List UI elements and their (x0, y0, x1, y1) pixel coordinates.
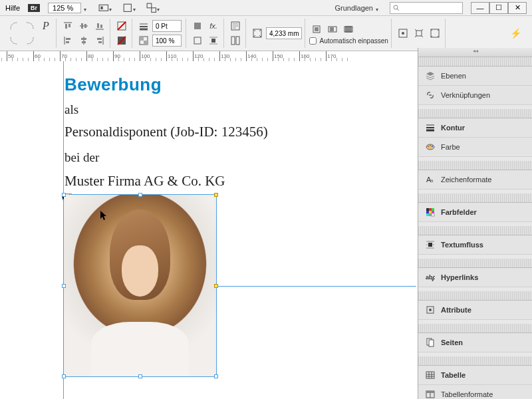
fill-proportional-icon[interactable] (341, 23, 356, 36)
p-tool-icon[interactable]: P (39, 19, 53, 33)
document-canvas[interactable]: Bewerbung als Personaldisponent (Job-ID:… (0, 61, 418, 399)
corner-tr-icon[interactable] (23, 19, 37, 33)
svg-rect-9 (68, 24, 70, 27)
document-title[interactable]: Bewerbung (65, 74, 162, 95)
panel-item-label: Kontur (441, 124, 465, 132)
fit-value-field[interactable]: 4,233 mm (266, 27, 302, 39)
svg-rect-34 (144, 41, 148, 45)
panel-item-stroke[interactable]: Kontur (418, 118, 532, 138)
bridge-button[interactable]: Br (28, 4, 40, 12)
align-right-icon[interactable] (92, 34, 107, 47)
arrange-button[interactable] (146, 2, 162, 14)
maximize-button[interactable]: ☐ (489, 2, 508, 14)
zoom-control[interactable]: 125 % (48, 3, 90, 13)
close-button[interactable]: ✕ (508, 2, 527, 14)
text-frame-options-icon[interactable] (228, 19, 243, 33)
help-menu[interactable]: Hilfe (5, 4, 20, 12)
svg-rect-44 (231, 37, 235, 45)
panel-group-grip[interactable] (418, 161, 532, 170)
panel-group-grip[interactable] (418, 356, 532, 366)
text-line-bei[interactable]: bei der (65, 150, 99, 165)
panel-item-attribute[interactable]: Attribute (418, 301, 532, 320)
no-fill-icon[interactable] (114, 19, 129, 33)
panel-item-label: Verknüpfungen (441, 91, 490, 99)
panel-group-grip[interactable] (418, 291, 532, 301)
panel-dock: ◂◂ EbenenVerknüpfungenKonturFarbeAaZeich… (418, 48, 532, 399)
panel-group-grip[interactable] (418, 109, 532, 118)
align-hcenter-icon[interactable] (76, 34, 91, 47)
panel-item-swatches[interactable]: Farbfelder (418, 203, 532, 222)
resize-handle-mr[interactable] (214, 284, 218, 288)
panel-item-color[interactable]: Farbe (418, 138, 532, 157)
align-bottom-icon[interactable] (92, 19, 107, 33)
align-vcenter-icon[interactable] (76, 19, 91, 33)
wrap-none-icon[interactable] (190, 34, 205, 47)
svg-rect-23 (97, 38, 102, 40)
resize-handle-ml[interactable] (62, 284, 66, 288)
quick-apply-icon[interactable]: ⚡ (510, 28, 528, 39)
placed-photo[interactable] (64, 195, 216, 376)
ruler-label: 90 (114, 53, 120, 59)
fit-proportional-icon[interactable] (325, 23, 340, 36)
search-input[interactable] (390, 2, 463, 14)
text-line-firma[interactable]: Muster Firma AG & Co. KG (65, 173, 225, 190)
align-top-icon[interactable] (61, 19, 75, 33)
ruler-label: 50 (8, 53, 14, 59)
corner-tl-icon[interactable] (7, 19, 21, 33)
resize-handle-tr[interactable] (214, 193, 218, 197)
no-stroke-icon[interactable] (114, 34, 129, 47)
svg-rect-55 (416, 31, 422, 36)
panel-group-grip[interactable] (418, 57, 532, 66)
svg-rect-72 (426, 213, 429, 216)
corner-br-icon[interactable] (23, 34, 37, 47)
panel-item-hyperlink[interactable]: abcHyperlinks (418, 268, 532, 287)
links-icon (425, 90, 436, 100)
columns-icon[interactable] (228, 34, 243, 47)
minimize-button[interactable]: — (471, 2, 489, 14)
panel-item-tablefmt[interactable]: Tabellenformate (418, 385, 532, 399)
panel-group-grip[interactable] (418, 259, 532, 268)
text-line-job[interactable]: Personaldisponent (Job-ID: 123456) (65, 124, 268, 140)
panel-item-wrap[interactable]: Textumfluss (418, 235, 532, 255)
view-options-button[interactable] (98, 2, 114, 14)
chevron-down-icon[interactable] (84, 5, 90, 11)
align-left-icon[interactable] (61, 34, 75, 47)
svg-line-26 (118, 22, 126, 30)
fit-content-to-frame-icon[interactable] (428, 27, 442, 40)
panel-group-grip[interactable] (418, 226, 532, 235)
svg-rect-24 (98, 41, 102, 43)
image-frame-selected[interactable]: ⬤⬤ (63, 194, 217, 377)
fit-frame-icon[interactable] (250, 27, 265, 40)
resize-handle-tc[interactable] (138, 193, 142, 197)
fit-frame-to-content-icon[interactable] (412, 27, 426, 40)
panel-expand-tab[interactable] (418, 247, 418, 274)
panel-item-table[interactable]: Tabelle (418, 366, 532, 385)
panel-item-pages[interactable]: Seiten (418, 333, 532, 352)
panel-item-layers[interactable]: Ebenen (418, 66, 532, 86)
opacity-field[interactable]: 100 % (152, 35, 182, 47)
svg-point-82 (429, 309, 432, 311)
stroke-weight-field[interactable]: 0 Pt (152, 20, 182, 32)
wrap-around-icon[interactable] (206, 34, 221, 47)
autofit-checkbox[interactable]: Automatisch einpassen (309, 37, 388, 45)
workspace-switcher[interactable]: Grundlagen (335, 4, 382, 12)
layers-icon (425, 70, 436, 81)
screen-mode-button[interactable] (122, 2, 138, 14)
center-content-icon[interactable] (396, 27, 410, 40)
text-line-als[interactable]: als (65, 102, 78, 117)
effects-icon[interactable] (190, 19, 205, 33)
panel-collapse-bar[interactable]: ◂◂ (418, 48, 532, 57)
ruler-label: 60 (35, 53, 41, 59)
resize-handle-br[interactable] (214, 374, 218, 378)
panel-item-links[interactable]: Verknüpfungen (418, 86, 532, 105)
fx-button[interactable]: fx. (206, 19, 221, 33)
panel-group-grip[interactable] (418, 194, 532, 203)
panel-item-charstyle[interactable]: AaZeichenformate (418, 170, 532, 190)
panel-group-grip[interactable] (418, 324, 532, 333)
resize-handle-bl[interactable] (62, 374, 66, 378)
fit-content-icon[interactable] (309, 23, 324, 36)
resize-handle-bc[interactable] (138, 374, 142, 378)
corner-bl-icon[interactable] (7, 34, 21, 47)
resize-handle-tl[interactable] (62, 193, 66, 197)
zoom-value[interactable]: 125 % (48, 3, 81, 13)
